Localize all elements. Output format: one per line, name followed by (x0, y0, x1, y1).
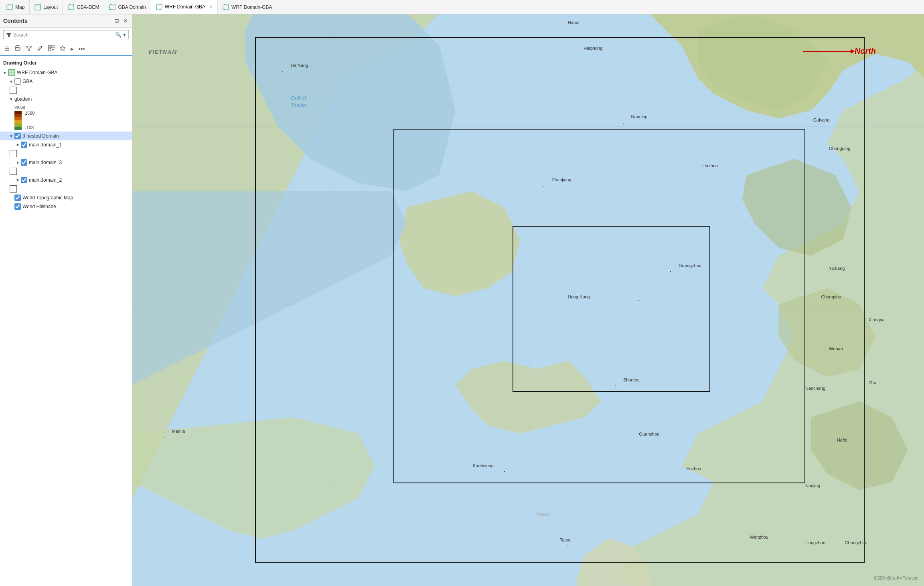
north-arrow: North (803, 47, 876, 56)
layer-name-domain1: main.domain_1 (29, 142, 62, 148)
dot-da-nang (282, 71, 284, 73)
symbol-button[interactable] (57, 44, 68, 54)
layer-world-hillshade: ▼ World Hillshade (0, 202, 132, 211)
layer-3-nested-domain: ▼ 3 nested Domain ▼ main.domain_1 ▼ (0, 132, 132, 193)
tab-gba-domain[interactable]: GBA Domain (104, 0, 151, 14)
more-button[interactable]: ••• (77, 44, 87, 53)
search-button[interactable]: 🔍 (115, 32, 122, 38)
layer-name-gba: GBA (22, 79, 32, 84)
sidebar: Contents ⊟ ✕ 🔍 ▾ ☰ (0, 14, 132, 586)
gradient-section: 1590 -108 (0, 111, 132, 132)
tab-gba-dem[interactable]: GBA-DEM (63, 0, 104, 14)
gradient-top (14, 111, 22, 114)
layer-gbadem: ▼ gbadem Value 1590 (0, 95, 132, 132)
dot-manila (163, 436, 165, 438)
dot-taipei (567, 545, 569, 547)
dot-zhanjiang (543, 185, 545, 187)
tab-bar: Map Layout GBA-DEM GBA Domain WRF Domain… (0, 0, 924, 14)
expand-wrf[interactable]: ▼ (2, 71, 8, 75)
checkbox-domain2[interactable] (21, 177, 27, 183)
layer-name-domain3: main.domain_3 (29, 160, 62, 165)
svg-marker-2 (6, 33, 12, 37)
checkbox-domain3[interactable] (21, 159, 27, 166)
gba-domain-icon (109, 4, 116, 10)
watermark: CSDN@技术×Forever (874, 575, 918, 581)
gba-symbol-row (0, 86, 132, 95)
domain2-symbol-row (0, 185, 132, 193)
search-input-wrap: 🔍 ▾ (3, 30, 129, 39)
svg-rect-7 (49, 49, 51, 51)
checkbox-world-hillshade[interactable] (14, 203, 21, 210)
edit-button[interactable] (35, 44, 45, 54)
map-background (132, 14, 924, 586)
layer-name-3nested: 3 nested Domain (22, 133, 59, 139)
dot-hong-kong (638, 299, 640, 301)
add-group-button[interactable] (46, 44, 57, 54)
svg-rect-6 (52, 45, 54, 48)
expand-gbadem[interactable]: ▼ (8, 97, 14, 101)
domain1-swatch[interactable] (10, 150, 17, 157)
value-label: Value (14, 105, 25, 109)
drawing-order-label: Drawing Order (0, 58, 132, 68)
pin-button[interactable]: ⊟ (113, 17, 120, 25)
dot-shantou (614, 385, 616, 387)
domain2-swatch[interactable] (10, 185, 17, 193)
database-button[interactable] (12, 44, 23, 54)
arrow-button[interactable]: ▸ (69, 44, 76, 54)
tab-map[interactable]: Map (2, 0, 30, 14)
domain1-symbol-row (0, 149, 132, 158)
layout-icon (34, 4, 41, 10)
layer-wrf-domain-gba: ▼ WRF Domain-GBA (0, 68, 132, 77)
layer-name-world-topo: World Topographic Map (22, 195, 73, 201)
checkbox-3nested[interactable] (14, 133, 21, 139)
tab-wrf-domain-active[interactable]: WRF Domain-GBA ✕ (151, 0, 218, 14)
layer-toolbar: ☰ ▸ ••• (0, 42, 132, 56)
checkbox-domain1[interactable] (21, 142, 27, 148)
dot-guangzhou (670, 271, 672, 273)
svg-marker-4 (26, 46, 32, 51)
north-label: North (855, 47, 876, 56)
map-layer-icon (8, 69, 15, 76)
dot-kaohsiung (503, 471, 505, 473)
svg-rect-0 (35, 4, 41, 10)
north-arrow-line (803, 51, 851, 52)
gradient-bottom-value: -108 (25, 125, 34, 130)
tab-wrf-domain-2[interactable]: WRF Domain-GBA (218, 0, 277, 14)
expand-gba[interactable]: ▼ (8, 79, 14, 84)
dot-nanning (622, 122, 624, 124)
sidebar-title: Contents (3, 18, 28, 24)
layer-name-world-hillshade: World Hillshade (22, 204, 56, 209)
tab-layout[interactable]: Layout (30, 0, 63, 14)
svg-point-3 (15, 46, 20, 48)
expand-domain3[interactable]: ▼ (14, 160, 21, 165)
expand-domain1[interactable]: ▼ (14, 143, 21, 147)
main-content: Contents ⊟ ✕ 🔍 ▾ ☰ (0, 14, 924, 586)
tab-close-button[interactable]: ✕ (209, 4, 213, 9)
search-input[interactable] (13, 32, 113, 38)
layer-name-domain2: main.domain_2 (29, 177, 62, 183)
filter-layers-button[interactable] (24, 44, 34, 54)
layer-gba: ▼ GBA (0, 77, 132, 95)
checkbox-gba[interactable] (14, 78, 21, 85)
wrf-domain-2-icon (223, 4, 229, 10)
expand-domain2[interactable]: ▼ (14, 178, 21, 182)
search-bar: 🔍 ▾ (0, 28, 132, 42)
gradient-top-value: 1590 (25, 111, 34, 116)
search-dropdown-button[interactable]: ▾ (123, 32, 126, 38)
layer-name-gbadem: gbadem (14, 96, 32, 102)
svg-marker-8 (60, 46, 65, 51)
sidebar-header: Contents ⊟ ✕ (0, 14, 132, 28)
map-icon (6, 4, 13, 10)
sidebar-controls: ⊟ ✕ (113, 17, 129, 25)
close-panel-button[interactable]: ✕ (122, 17, 129, 25)
map-area[interactable]: North VIETNAM Da Nang Hanoi Haiphong Gul… (132, 14, 924, 586)
svg-rect-5 (49, 45, 51, 48)
list-view-button[interactable]: ☰ (2, 44, 12, 54)
checkbox-world-topo[interactable] (14, 195, 21, 201)
domain3-symbol-row (0, 167, 132, 176)
gba-swatch[interactable] (10, 87, 17, 94)
layer-name-wrf-domain-gba: WRF Domain-GBA (17, 70, 57, 75)
filter-icon (6, 32, 12, 38)
domain3-swatch[interactable] (10, 168, 17, 175)
expand-3nested[interactable]: ▼ (8, 134, 14, 138)
